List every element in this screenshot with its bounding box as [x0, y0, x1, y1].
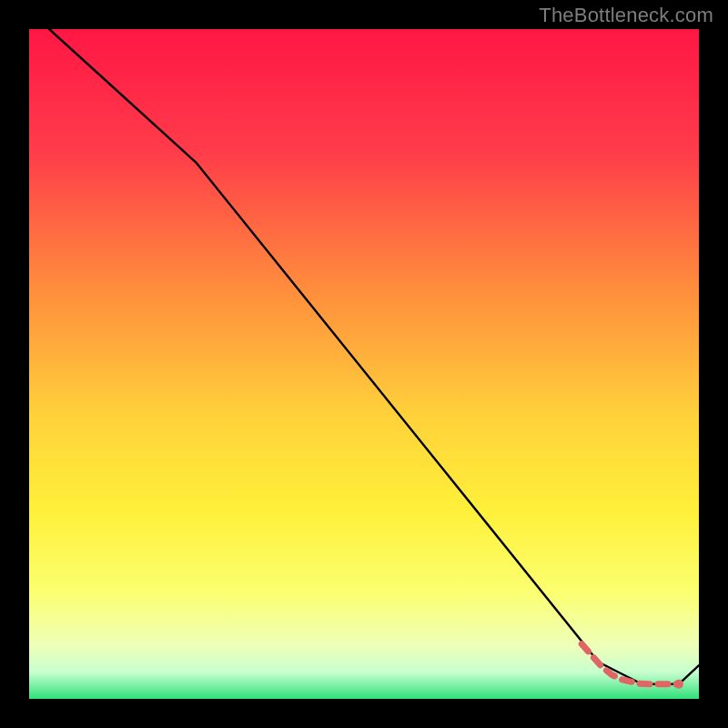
bottleneck-chart — [0, 0, 728, 728]
plot-gradient-bg — [29, 29, 699, 699]
optimal-range-end-dot — [674, 680, 683, 689]
chart-stage: TheBottleneck.com — [0, 0, 728, 728]
watermark-text: TheBottleneck.com — [539, 4, 713, 27]
